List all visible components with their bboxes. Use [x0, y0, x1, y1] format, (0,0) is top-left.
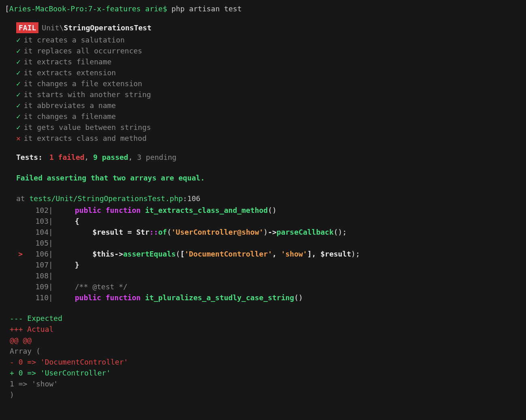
test-list: ✓it creates a salutation ✓it replaces al… [5, 34, 521, 144]
test-suite-header: FAIL Unit\StringOperationsTest [5, 22, 521, 33]
test-summary: Tests: 1 failed, 9 passed, 3 pending [5, 152, 521, 163]
string-literal: 'UserController@show' [172, 228, 264, 236]
test-item: ✓it extracts extension [16, 67, 521, 78]
test-item: ✓it changes a file extension [16, 78, 521, 89]
brace: { [75, 217, 79, 225]
check-icon: ✓ [16, 100, 21, 111]
fail-badge: FAIL [16, 22, 38, 33]
test-item: ✓it abbreviates a name [16, 100, 521, 111]
check-icon: ✓ [16, 111, 21, 122]
diff-hunk: @@ @@ [10, 335, 521, 346]
comment: /** @test */ [75, 282, 127, 291]
code-line: 107| } [16, 259, 521, 270]
method-name: parseCallback [277, 228, 334, 236]
method-name: of [158, 228, 167, 236]
brace: } [75, 261, 79, 269]
test-name: it replaces all occurrences [24, 45, 142, 56]
test-name: it extracts class and method [24, 133, 146, 144]
scope-operator: :: [149, 228, 158, 236]
diff-actual-header: +++ Actual [10, 324, 521, 335]
code-line: 108| [16, 270, 521, 281]
class-name: Str [136, 228, 150, 236]
code-line: 109| /** @test */ [16, 281, 521, 292]
diff-added-line: + 0 => 'UserController' [10, 367, 521, 378]
file-location: at tests/Unit/StringOperationsTest.php:1… [5, 193, 521, 204]
code-line: 105| [16, 238, 521, 248]
test-namespace: Unit\ [42, 22, 64, 33]
variable: $result [92, 228, 123, 236]
prompt-line: [Aries-MacBook-Pro:7-x-features arie$ ph… [5, 3, 521, 14]
test-name: it gets value between strings [24, 122, 151, 133]
test-item: ✕it extracts class and method [16, 133, 521, 144]
passed-count: 9 passed [93, 153, 128, 161]
check-icon: ✓ [16, 67, 21, 78]
error-marker-icon: > [16, 248, 23, 259]
test-name: it abbreviates a name [24, 100, 116, 111]
test-item: ✓it gets value between strings [16, 122, 521, 133]
check-icon: ✓ [16, 45, 21, 56]
function-name: it_extracts_class_and_method [145, 206, 267, 214]
variable: $result [320, 250, 351, 258]
string-literal: 'show' [281, 250, 307, 258]
line-number: 102 [23, 205, 49, 216]
line-number: 108 [23, 270, 49, 281]
pending-count: 3 pending [137, 153, 177, 161]
keyword: function [106, 293, 141, 302]
line-number: 107 [23, 259, 49, 270]
code-line: 103| { [16, 216, 521, 227]
keyword: public [75, 206, 101, 214]
keyword: function [106, 206, 141, 214]
test-item: ✓it starts with another string [16, 89, 521, 100]
check-icon: ✓ [16, 122, 21, 133]
test-name: it extracts filename [24, 56, 112, 67]
test-name: it starts with another string [24, 89, 151, 100]
line-number: 103 [23, 216, 49, 227]
test-name: it changes a filename [24, 111, 116, 122]
terminal-output: [Aries-MacBook-Pro:7-x-features arie$ ph… [0, 0, 526, 403]
code-line: 110| public function it_pluralizes_a_stu… [16, 292, 521, 303]
test-item: ✓it creates a salutation [16, 34, 521, 45]
error-message: Failed asserting that two arrays are equ… [5, 172, 521, 183]
check-icon: ✓ [16, 89, 21, 100]
line-number: :106 [183, 194, 200, 203]
arrow-operator: -> [268, 228, 277, 236]
summary-label: Tests: [16, 153, 42, 161]
string-literal: 'DocumentController' [185, 250, 272, 258]
test-item: ✓it replaces all occurrences [16, 45, 521, 56]
test-item: ✓it changes a filename [16, 111, 521, 122]
variable: $this [92, 250, 114, 258]
separator: , [85, 153, 93, 161]
diff-expected-header: --- Expected [10, 313, 521, 324]
line-number: 106 [23, 248, 49, 259]
keyword: public [75, 293, 101, 302]
code-line-error: >106| $this->assertEquals(['DocumentCont… [16, 248, 521, 259]
function-name: it_pluralizes_a_studly_case_string [145, 293, 294, 302]
line-number: 109 [23, 281, 49, 292]
test-item: ✓it extracts filename [16, 56, 521, 67]
test-name: it changes a file extension [24, 78, 142, 89]
line-number: 110 [23, 292, 49, 303]
diff-removed-line: - 0 => 'DocumentController' [10, 356, 521, 367]
prompt-bracket: [ [5, 4, 9, 13]
check-icon: ✓ [16, 56, 21, 67]
test-name: it extracts extension [24, 67, 116, 78]
diff-line: Array ( [10, 346, 521, 356]
diff-line: 1 => 'show' [10, 378, 521, 389]
code-line: 102| public function it_extracts_class_a… [16, 205, 521, 216]
arrow-operator: -> [115, 250, 123, 258]
prompt-host: Aries-MacBook-Pro:7-x-features arie$ [9, 4, 167, 13]
file-path: tests/Unit/StringOperationsTest.php [30, 194, 183, 203]
code-line: 104| $result = Str::of('UserController@s… [16, 227, 521, 238]
test-classname: StringOperationsTest [64, 22, 152, 33]
test-name: it creates a salutation [24, 34, 125, 45]
cross-icon: ✕ [16, 133, 21, 144]
code-snippet: 102| public function it_extracts_class_a… [5, 205, 521, 303]
diff-line: ) [10, 389, 521, 400]
method-name: assertEquals [123, 250, 176, 258]
line-number: 104 [23, 227, 49, 238]
prompt-command: php artisan test [172, 4, 242, 13]
check-icon: ✓ [16, 78, 21, 89]
line-number: 105 [23, 238, 49, 248]
failed-count: 1 failed [49, 153, 85, 161]
check-icon: ✓ [16, 34, 21, 45]
